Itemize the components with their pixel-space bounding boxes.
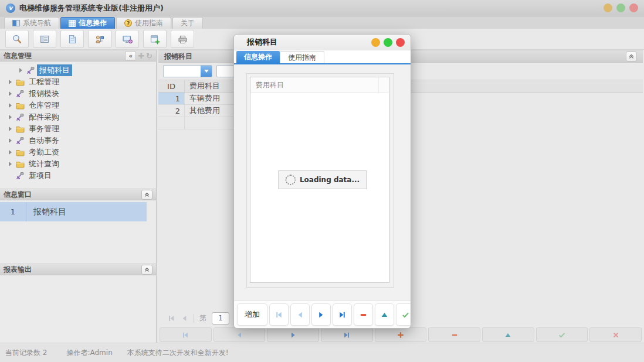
dialog-close-button[interactable] xyxy=(396,38,405,47)
search-button[interactable] xyxy=(5,30,29,48)
expand-arrow-icon[interactable] xyxy=(9,150,12,155)
dialog-minimize-button[interactable] xyxy=(371,38,380,47)
dialog-tab-user-guide[interactable]: 使用指南 xyxy=(280,51,324,63)
spinner-icon xyxy=(285,175,296,185)
tree-item-tongji-chaxun[interactable]: 统计查询 xyxy=(0,158,156,170)
minimize-button[interactable] xyxy=(604,4,612,12)
maximize-button[interactable] xyxy=(616,4,625,12)
document-icon xyxy=(67,34,77,45)
bottom-remove-button[interactable] xyxy=(428,327,480,342)
dialog-tab-info-ops[interactable]: 信息操作 xyxy=(236,51,280,63)
grid-icon xyxy=(69,20,76,27)
bottom-action-bar xyxy=(160,327,642,342)
expand-arrow-icon[interactable] xyxy=(9,162,12,166)
dialog-last-button[interactable] xyxy=(333,303,352,326)
expand-arrow-icon[interactable] xyxy=(9,103,12,108)
first-page-icon[interactable] xyxy=(168,315,175,322)
bottom-confirm-button[interactable] xyxy=(536,327,588,342)
print-button[interactable] xyxy=(171,30,194,48)
filter-combo-1[interactable] xyxy=(163,65,212,77)
bottom-last-button[interactable] xyxy=(321,327,373,342)
status-bar: 当前记录数 2 操作者:Admin 本系统支持二次开发和全新开发! xyxy=(0,343,644,362)
expand-arrow-icon[interactable] xyxy=(9,91,12,96)
tree-item-cangku-guanli[interactable]: 仓库管理 xyxy=(0,100,156,111)
expand-arrow-icon[interactable] xyxy=(9,138,12,143)
collapse-left-button[interactable]: « xyxy=(125,51,136,61)
bottom-add-button[interactable] xyxy=(375,327,427,342)
tab-user-guide[interactable]: ? 使用指南 xyxy=(116,17,171,29)
bottom-prev-button[interactable] xyxy=(213,327,266,342)
window-add-button[interactable] xyxy=(143,30,167,48)
tools-icon xyxy=(26,66,35,74)
dialog-first-button[interactable] xyxy=(269,303,289,326)
tree-item-baoxiao-mokuai[interactable]: 报销模块 xyxy=(0,88,156,100)
expand-arrow-icon[interactable] xyxy=(9,115,12,119)
bottom-first-button[interactable] xyxy=(160,327,212,342)
page-number-input[interactable] xyxy=(212,312,229,325)
add-node-icon[interactable]: ✚ xyxy=(138,52,144,60)
collapse-up-button[interactable] xyxy=(141,265,152,275)
dialog-up-button[interactable] xyxy=(375,303,394,326)
user-report-button[interactable] xyxy=(88,30,111,48)
document-button[interactable] xyxy=(60,30,84,48)
dialog-prev-button[interactable] xyxy=(290,303,310,326)
bottom-next-button[interactable] xyxy=(267,327,319,342)
list-view-button[interactable] xyxy=(33,30,56,48)
next-icon xyxy=(317,310,326,319)
column-header-id[interactable]: ID xyxy=(158,80,185,92)
prev-icon xyxy=(235,331,243,339)
tab-label: 关于 xyxy=(181,18,195,28)
minus-icon xyxy=(359,310,368,319)
dialog-column-header[interactable]: 费用科目 xyxy=(250,77,378,93)
column-header-subject[interactable]: 费用科目 xyxy=(185,80,235,92)
dialog-confirm-button[interactable] xyxy=(396,303,411,326)
folder-icon xyxy=(15,125,25,133)
double-chevron-up-icon xyxy=(144,192,150,197)
dialog-grid-scroll-gutter xyxy=(378,77,389,93)
prev-page-icon[interactable] xyxy=(181,315,188,322)
tab-label: 使用指南 xyxy=(135,18,163,28)
collapse-up-button[interactable] xyxy=(626,52,637,62)
tree-item-peijian-caigou[interactable]: 配件采购 xyxy=(0,111,156,123)
tree-item-label: 自动事务 xyxy=(26,135,62,146)
window-controls xyxy=(604,4,638,12)
dialog-next-button[interactable] xyxy=(311,303,331,326)
close-button[interactable] xyxy=(629,4,638,12)
collapse-up-button[interactable] xyxy=(141,190,152,200)
tab-info-ops[interactable]: 信息操作 xyxy=(60,17,115,29)
chevron-down-icon[interactable] xyxy=(201,66,212,77)
tree-item-shiwu-guanli[interactable]: 事务管理 xyxy=(0,123,156,135)
refresh-icon[interactable]: ↻ xyxy=(146,52,152,60)
panel-icon xyxy=(12,20,20,26)
tree-item-label: 事务管理 xyxy=(26,123,62,135)
tree-item-kaoqin-gongzi[interactable]: 考勤工资 xyxy=(0,146,156,158)
dialog-remove-button[interactable] xyxy=(354,303,373,326)
tab-system-nav[interactable]: 系统导航 xyxy=(4,17,59,29)
tools-icon xyxy=(15,136,25,145)
tree-item-label: 报销模块 xyxy=(26,88,62,100)
tab-about[interactable]: 关于 xyxy=(172,17,203,29)
info-window-row[interactable]: 1 报销科目 xyxy=(0,202,147,221)
expand-arrow-icon[interactable] xyxy=(19,68,22,73)
operator-label: 操作者:Admin xyxy=(66,348,112,358)
expand-arrow-icon[interactable] xyxy=(9,127,12,131)
dialog-tab-bar: 信息操作 使用指南 xyxy=(234,50,411,64)
row-label: 报销科目 xyxy=(26,207,66,217)
bottom-cancel-button[interactable] xyxy=(589,327,642,342)
tab-label: 信息操作 xyxy=(79,18,107,28)
tree-item-zidong-shiwu[interactable]: 自动事务 xyxy=(0,135,156,146)
baoxiao-kemu-dialog: 报销科目 信息操作 使用指南 费用科目 Loading data... xyxy=(233,34,411,329)
help-icon: ? xyxy=(124,19,132,27)
dialog-add-button[interactable]: 增加 xyxy=(237,303,267,326)
expand-arrow-icon[interactable] xyxy=(9,80,12,84)
monitor-globe-button[interactable] xyxy=(116,30,139,48)
tree-item-gongcheng-guanli[interactable]: 工程管理 xyxy=(0,76,156,88)
tree-item-baoxiao-kemu[interactable]: 报销科目 xyxy=(0,64,156,76)
dialog-maximize-button[interactable] xyxy=(384,38,392,47)
panel-title: 信息管理 xyxy=(4,51,32,61)
tools-icon xyxy=(15,113,25,121)
window-add-icon xyxy=(150,34,160,45)
tree-item-xin-xiangmu[interactable]: 新项目 xyxy=(0,170,156,182)
tree-item-label: 仓库管理 xyxy=(26,100,62,111)
bottom-up-button[interactable] xyxy=(482,327,534,342)
